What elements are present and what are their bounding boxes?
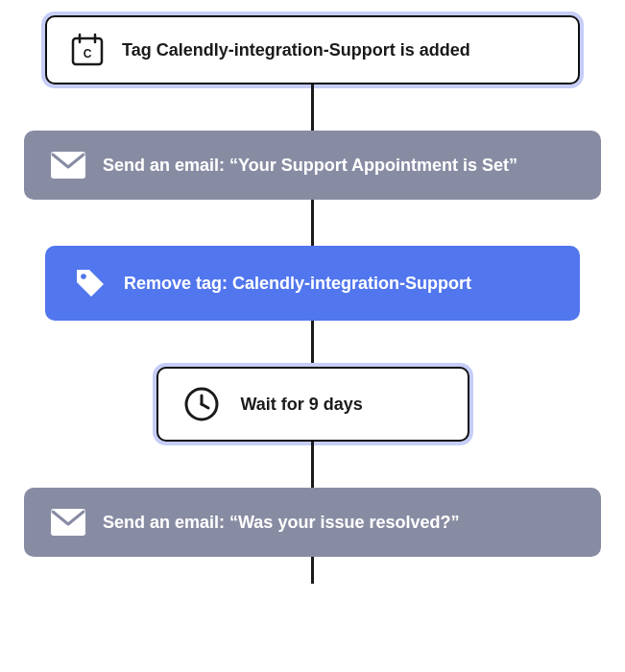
svg-text:C: C	[84, 47, 92, 60]
automation-flow: C Tag Calendly-integration-Support is ad…	[0, 0, 625, 584]
remove-tag-node[interactable]: Remove tag: Calendly-integration-Support	[45, 246, 580, 321]
email-icon	[51, 152, 85, 179]
connector	[311, 442, 314, 488]
send-email-node-1[interactable]: Send an email: “Your Support Appointment…	[24, 131, 601, 200]
trigger-text: Tag Calendly-integration-Support is adde…	[122, 40, 470, 60]
svg-point-5	[81, 274, 86, 279]
email-icon	[51, 509, 85, 536]
svg-line-8	[202, 404, 208, 408]
wait-node[interactable]: Wait for 9 days	[156, 367, 469, 442]
connector	[311, 200, 314, 246]
clock-icon	[183, 386, 220, 422]
calendar-icon: C	[70, 33, 105, 67]
connector	[311, 557, 314, 584]
email-text-1: Send an email: “Your Support Appointment…	[103, 156, 517, 176]
send-email-node-2[interactable]: Send an email: “Was your issue resolved?…	[24, 488, 601, 557]
connector	[311, 321, 314, 367]
wait-text: Wait for 9 days	[241, 395, 363, 415]
connector	[311, 84, 314, 131]
remove-tag-text: Remove tag: Calendly-integration-Support	[124, 274, 471, 294]
email-text-2: Send an email: “Was your issue resolved?…	[103, 513, 459, 533]
tag-icon	[74, 267, 107, 300]
trigger-node[interactable]: C Tag Calendly-integration-Support is ad…	[45, 15, 580, 84]
